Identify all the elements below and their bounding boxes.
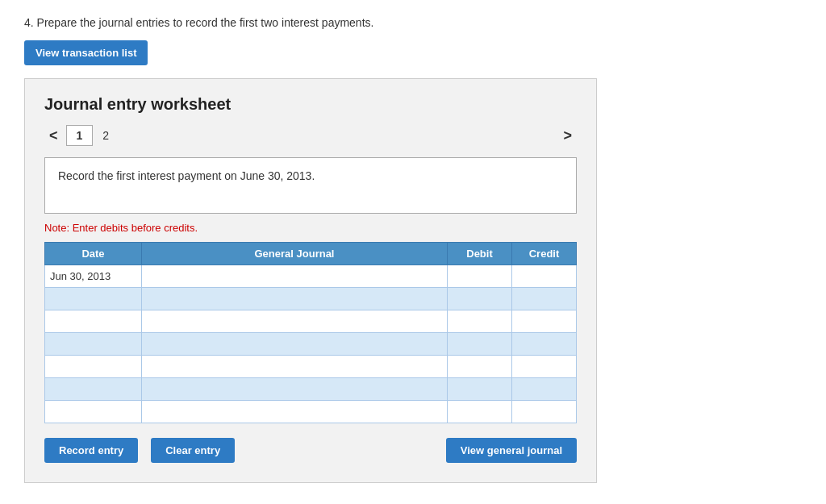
table-row — [45, 401, 577, 423]
cell-date[interactable] — [45, 333, 142, 356]
debit-input[interactable] — [453, 406, 507, 418]
cell-credit[interactable] — [512, 288, 577, 310]
journal-input[interactable] — [147, 293, 442, 305]
journal-input[interactable] — [147, 383, 442, 395]
cell-debit[interactable] — [448, 265, 512, 288]
cell-journal[interactable] — [142, 310, 448, 333]
date-input[interactable] — [50, 360, 136, 373]
journal-input[interactable] — [147, 406, 442, 418]
cell-date[interactable] — [45, 401, 142, 423]
table-row — [45, 356, 577, 378]
journal-input[interactable] — [147, 315, 442, 327]
credit-input[interactable] — [517, 360, 571, 373]
credit-input[interactable] — [517, 270, 571, 282]
cell-credit[interactable] — [512, 378, 577, 401]
header-debit: Debit — [448, 243, 512, 265]
credit-input[interactable] — [517, 293, 571, 305]
cell-journal[interactable] — [142, 288, 448, 310]
journal-input[interactable] — [147, 338, 442, 350]
date-input[interactable] — [50, 406, 136, 418]
debit-input[interactable] — [453, 338, 507, 350]
cell-journal[interactable] — [142, 333, 448, 356]
debit-input[interactable] — [453, 293, 507, 305]
note-text: Note: Enter debits before credits. — [44, 222, 577, 234]
cell-journal[interactable] — [142, 401, 448, 423]
credit-input[interactable] — [517, 338, 571, 350]
table-row: Jun 30, 2013 — [45, 265, 577, 288]
clear-entry-button[interactable]: Clear entry — [151, 438, 235, 463]
action-buttons: Record entry Clear entry View general jo… — [44, 438, 577, 463]
cell-credit[interactable] — [512, 310, 577, 333]
header-date: Date — [45, 243, 142, 265]
debit-input[interactable] — [453, 383, 507, 395]
date-input[interactable] — [50, 293, 136, 305]
journal-table: Date General Journal Debit Credit Jun 30… — [44, 242, 577, 423]
debit-input[interactable] — [453, 270, 507, 282]
cell-credit[interactable] — [512, 333, 577, 356]
journal-input[interactable] — [147, 270, 442, 282]
worksheet-title: Journal entry worksheet — [44, 95, 577, 114]
credit-input[interactable] — [517, 383, 571, 395]
cell-date[interactable] — [45, 288, 142, 310]
header-general-journal: General Journal — [142, 243, 448, 265]
record-entry-button[interactable]: Record entry — [44, 438, 138, 463]
table-row — [45, 378, 577, 401]
cell-credit[interactable] — [512, 265, 577, 288]
cell-date[interactable] — [45, 310, 142, 333]
cell-journal[interactable] — [142, 378, 448, 401]
cell-debit[interactable] — [448, 356, 512, 378]
date-input[interactable] — [50, 338, 136, 350]
date-input[interactable] — [50, 315, 136, 327]
worksheet-container: Journal entry worksheet < 1 2 > Record t… — [24, 78, 597, 483]
table-row — [45, 333, 577, 356]
date-input[interactable] — [50, 383, 136, 395]
journal-input[interactable] — [147, 360, 442, 373]
cell-debit[interactable] — [448, 333, 512, 356]
debit-input[interactable] — [453, 315, 507, 327]
header-credit: Credit — [512, 243, 577, 265]
question-label: 4. Prepare the journal entries to record… — [24, 16, 802, 29]
cell-debit[interactable] — [448, 378, 512, 401]
nav-next-button[interactable]: > — [558, 126, 577, 146]
cell-journal[interactable] — [142, 265, 448, 288]
tab-1[interactable]: 1 — [66, 125, 94, 146]
view-transaction-button[interactable]: View transaction list — [24, 40, 148, 65]
cell-debit[interactable] — [448, 401, 512, 423]
cell-journal[interactable] — [142, 356, 448, 378]
nav-prev-button[interactable]: < — [44, 126, 63, 146]
tab-2[interactable]: 2 — [96, 126, 115, 145]
tab-navigation: < 1 2 > — [44, 125, 577, 146]
table-row — [45, 288, 577, 310]
cell-date[interactable] — [45, 356, 142, 378]
instruction-text: Record the first interest payment on Jun… — [58, 169, 315, 182]
cell-date[interactable] — [45, 378, 142, 401]
debit-input[interactable] — [453, 360, 507, 373]
cell-credit[interactable] — [512, 401, 577, 423]
cell-date: Jun 30, 2013 — [45, 265, 142, 288]
cell-debit[interactable] — [448, 310, 512, 333]
credit-input[interactable] — [517, 406, 571, 418]
credit-input[interactable] — [517, 315, 571, 327]
table-row — [45, 310, 577, 333]
cell-credit[interactable] — [512, 356, 577, 378]
cell-debit[interactable] — [448, 288, 512, 310]
view-general-journal-button[interactable]: View general journal — [446, 438, 577, 463]
instruction-box: Record the first interest payment on Jun… — [44, 157, 577, 214]
